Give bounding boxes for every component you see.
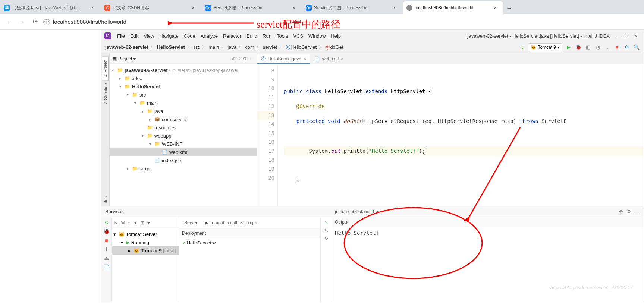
search-icon[interactable]: 🔍 <box>633 44 640 51</box>
locate-icon[interactable]: ⊕ <box>232 56 236 61</box>
thread-dump-icon[interactable]: ⬇ <box>104 246 109 252</box>
expand-all-icon[interactable]: ⇱ <box>114 220 118 225</box>
close-icon[interactable]: × <box>292 5 298 11</box>
close-icon[interactable]: × <box>91 5 97 11</box>
menu-refactor[interactable]: Refactor <box>221 32 244 40</box>
maximize-button[interactable]: ☐ <box>625 33 629 38</box>
locate-icon[interactable]: ⊕ <box>619 209 623 214</box>
menu-tools[interactable]: Tools <box>274 32 290 40</box>
new-tab-button[interactable]: + <box>503 3 515 14</box>
close-button[interactable]: ✕ <box>634 33 638 38</box>
exit-icon[interactable]: ⏏ <box>104 255 109 261</box>
run-button[interactable]: ▶ <box>565 44 572 51</box>
profile-button[interactable]: ◔ <box>594 44 601 51</box>
project-tree[interactable]: ▾📁javaweb-02-servletC:\Users\Splay\Deskt… <box>110 64 257 206</box>
services-deployment-header: Deployment <box>179 228 320 238</box>
close-icon[interactable]: × <box>341 56 343 61</box>
services-tab-log1[interactable]: ▶Tomcat Localhost Log× <box>202 219 260 227</box>
address-bar[interactable]: localhost:8080/first/helloworld <box>53 16 641 28</box>
stop-icon[interactable]: ■ <box>105 237 108 243</box>
forward-button[interactable]: → <box>16 17 27 27</box>
editor-tab-hello[interactable]: ⓒHelloServlet.java× <box>257 54 310 64</box>
expand-icon[interactable]: ÷ <box>238 56 241 61</box>
run-config-selector[interactable]: 🐱Tomcat 9▾ <box>528 43 562 51</box>
close-icon[interactable]: × <box>192 5 198 11</box>
rerun-icon[interactable]: ↻ <box>104 220 109 225</box>
tomcat-icon: 🐱 <box>119 231 125 237</box>
services-tree[interactable]: ▾🐱 Tomcat Server ▾▶ Running ▸🐱 Tomcat 9 … <box>112 228 179 256</box>
browser-tab-2[interactable]: OnServlet原理 - ProcessOn× <box>201 1 302 14</box>
menu-view[interactable]: View <box>141 32 156 40</box>
editor-tab-webxml[interactable]: 📄web.xml× <box>310 54 348 64</box>
editor-panel: ⓒHelloServlet.java× 📄web.xml× 8910 11 12… <box>257 53 644 206</box>
tool-tab-favorites[interactable]: ites <box>103 193 109 206</box>
code-editor[interactable]: 8910 11 121314151617 18 1920 public clas… <box>257 64 644 206</box>
debug-icon[interactable]: 🐞 <box>103 228 110 234</box>
globe-icon <box>406 5 412 11</box>
menu-analyze[interactable]: Analyze <box>198 32 220 40</box>
services-tab-log2[interactable]: ▶Tomcat Catalina Log× <box>332 208 387 215</box>
build-icon[interactable]: ↘ <box>518 44 525 51</box>
debug-button[interactable]: 🐞 <box>575 44 582 51</box>
back-button[interactable]: ← <box>3 17 13 27</box>
close-icon[interactable]: × <box>255 220 257 225</box>
coverage-button[interactable]: ◧ <box>585 44 591 51</box>
menu-vcs[interactable]: VCS <box>291 32 305 40</box>
watermark-text: https://blog.csdn.net/weixin_43808717 <box>550 285 633 290</box>
close-icon[interactable]: × <box>393 5 399 11</box>
menu-file[interactable]: File <box>115 32 127 40</box>
tool-tab-project[interactable]: 1: Project <box>102 56 109 80</box>
tomcat-icon: 🐱 <box>531 45 536 50</box>
browser-tab-0[interactable]: 哔【狂神说Java】JavaWeb入门到…× <box>0 1 101 14</box>
services-deployment-list[interactable]: ✔ HelloServlet:w <box>179 238 320 303</box>
hide-icon[interactable]: — <box>249 56 254 61</box>
tomcat-icon: 🐱 <box>133 248 139 253</box>
gutter: 8910 11 121314151617 18 1920 <box>257 64 278 206</box>
collapse-all-icon[interactable]: ⇲ <box>121 220 125 225</box>
services-title: Services <box>105 209 124 214</box>
stop-button[interactable]: ■ <box>614 44 621 51</box>
output-console[interactable]: Hello Servlet! <box>332 227 644 303</box>
browser-tab-1[interactable]: C写文章-CSDN博客× <box>101 1 201 14</box>
group-icon[interactable]: ≡ <box>128 220 130 225</box>
breadcrumb[interactable]: javaweb-02-servlet〉 HelloServlet〉 src〉 m… <box>105 44 343 51</box>
scroll-end-icon[interactable]: ↻ <box>324 236 328 241</box>
gear-icon[interactable]: ⚙ <box>243 56 247 61</box>
menu-build[interactable]: Build <box>244 32 260 40</box>
menu-window[interactable]: Window <box>306 32 328 40</box>
favicon-icon: On <box>205 5 211 11</box>
site-info-icon[interactable]: ⓘ <box>43 19 50 25</box>
menu-edit[interactable]: Edit <box>128 32 141 40</box>
code-body[interactable]: public class HelloServlet extends HttpSe… <box>278 64 644 206</box>
menu-help[interactable]: Help <box>329 32 343 40</box>
reload-button[interactable]: ⟳ <box>30 17 40 27</box>
project-view-selector[interactable]: Project ▾ <box>118 56 136 61</box>
menu-run[interactable]: Run <box>260 32 274 40</box>
hide-icon[interactable]: — <box>635 209 640 214</box>
tab-title: 写文章-CSDN博客 <box>113 5 189 11</box>
browser-tab-3[interactable]: OnServlet接口图 - ProcessOn× <box>302 1 403 14</box>
close-icon[interactable]: × <box>494 5 500 11</box>
services-tab-server[interactable]: Server <box>181 219 200 227</box>
update-button[interactable]: ⟳ <box>623 44 630 51</box>
soft-wrap-icon[interactable]: ⇆ <box>324 228 328 233</box>
dump-icon[interactable]: 📄 <box>103 264 110 270</box>
open-browser-icon[interactable]: ➘ <box>324 220 328 225</box>
add-icon[interactable]: + <box>147 220 150 225</box>
intellij-window: IJ File Edit View Navigate Code Analyze … <box>101 30 644 303</box>
close-icon[interactable]: × <box>382 209 384 214</box>
browser-tab-4[interactable]: localhost:8080/first/helloworld× <box>403 1 503 14</box>
tree-webapp: ▾📁webapp <box>110 132 257 140</box>
tool-tab-structure[interactable]: 7: Structure <box>103 80 109 107</box>
tree-pkg: ▸📦com.servlet <box>110 115 257 123</box>
menu-navigate[interactable]: Navigate <box>157 32 180 40</box>
gear-icon[interactable]: ⚙ <box>627 209 631 214</box>
tree-hello: ▾📁HelloServlet <box>110 82 257 91</box>
close-icon[interactable]: × <box>304 56 306 61</box>
layout-icon[interactable]: ⊞ <box>141 220 144 225</box>
tree-java: ▾📁java <box>110 107 257 115</box>
menu-code[interactable]: Code <box>182 32 198 40</box>
attach-button[interactable]: … <box>604 44 611 51</box>
minimize-button[interactable]: — <box>616 33 621 38</box>
filter-icon[interactable]: ▼ <box>133 220 138 225</box>
